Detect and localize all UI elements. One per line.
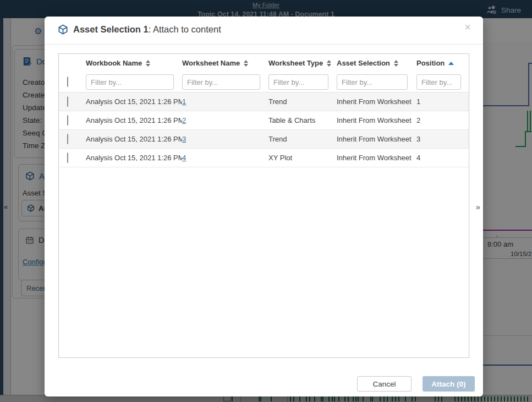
position-cell: 2 (416, 116, 469, 124)
row-checkbox-cell (59, 153, 86, 163)
column-label: Asset Selection (337, 59, 390, 67)
sort-icon[interactable] (394, 60, 398, 67)
workbook-name-cell: Analysis Oct 15, 2021 1:26 PM (86, 154, 182, 162)
workbook-name-cell: Analysis Oct 15, 2021 1:26 PM (86, 116, 182, 124)
table-row[interactable]: Analysis Oct 15, 2021 1:26 PM1TrendInher… (59, 93, 469, 111)
worksheet-name-cell: 2 (182, 116, 268, 124)
worksheet-type-cell: Table & Charts (268, 116, 337, 124)
sort-icon[interactable] (448, 62, 454, 65)
row-checkbox[interactable] (67, 96, 68, 107)
row-checkbox-cell (59, 116, 86, 126)
sort-up-icon (394, 60, 398, 63)
cancel-button[interactable]: Cancel (357, 376, 412, 392)
table-filter-row (59, 72, 469, 93)
sort-up-icon (327, 60, 331, 63)
worksheet-type-cell: Trend (268, 135, 337, 143)
sort-asc-icon (448, 62, 454, 65)
close-icon[interactable]: × (464, 21, 471, 32)
sort-icon[interactable] (146, 60, 150, 67)
row-checkbox[interactable] (67, 115, 68, 126)
asset-selection-cell: Inherit From Worksheet (337, 154, 416, 162)
column-label: Workbook Name (86, 59, 142, 67)
filter-input-worksheet-name[interactable] (182, 74, 260, 90)
worksheet-name-cell: 4 (182, 154, 268, 162)
asset-selection-cell: Inherit From Worksheet (337, 116, 416, 124)
sort-down-icon (146, 64, 150, 67)
sort-icon[interactable] (327, 60, 331, 67)
sort-icon[interactable] (244, 60, 248, 67)
app-root: My Folder Topic Oct 14, 2021 11:48 AM - … (0, 0, 532, 402)
modal-header: Asset Selection 1: Attach to content × (45, 17, 483, 45)
workbook-name-cell: Analysis Oct 15, 2021 1:26 PM (86, 97, 182, 106)
row-checkbox[interactable] (67, 134, 68, 144)
filter-cell (416, 74, 469, 90)
column-label: Position (416, 59, 445, 67)
worksheet-link[interactable]: 1 (182, 97, 186, 106)
attach-to-content-modal: Asset Selection 1: Attach to content × W… (45, 17, 483, 396)
workbook-name-cell: Analysis Oct 15, 2021 1:26 PM (86, 135, 182, 143)
modal-title: Asset Selection 1: Attach to content (58, 24, 221, 35)
row-checkbox-cell (59, 134, 86, 144)
modal-title-name: Asset Selection 1 (73, 24, 149, 34)
double-chevron-right-icon[interactable]: » (476, 202, 480, 211)
asset-selection-cell: Inherit From Worksheet (337, 135, 416, 143)
worksheet-name-cell: 3 (182, 135, 268, 143)
filter-input-asset-selection[interactable] (337, 74, 408, 90)
table-header-row: Workbook NameWorksheet NameWorksheet Typ… (59, 54, 469, 72)
column-header-worksheet-type[interactable]: Worksheet Type (268, 59, 337, 67)
column-header-worksheet-name[interactable]: Worksheet Name (182, 59, 268, 67)
table-row[interactable]: Analysis Oct 15, 2021 1:26 PM3TrendInher… (59, 130, 469, 149)
table-rows: Analysis Oct 15, 2021 1:26 PM1TrendInher… (59, 93, 469, 167)
sort-down-icon (244, 64, 248, 67)
sort-up-icon (244, 60, 248, 63)
filter-input-workbook-name[interactable] (86, 74, 174, 90)
attach-button[interactable]: Attach (0) (423, 376, 475, 392)
row-checkbox-cell (59, 97, 86, 107)
position-cell: 4 (416, 154, 469, 162)
modal-footer: Cancel Attach (0) (357, 376, 475, 392)
worksheet-link[interactable]: 4 (182, 154, 186, 162)
column-label: Worksheet Name (182, 59, 240, 67)
sort-up-icon (146, 60, 150, 63)
filter-input-worksheet-type[interactable] (268, 74, 328, 90)
select-all-cell (59, 77, 86, 87)
row-checkbox[interactable] (67, 153, 68, 163)
table-row[interactable]: Analysis Oct 15, 2021 1:26 PM2Table & Ch… (59, 111, 469, 130)
worksheet-table: Workbook NameWorksheet NameWorksheet Typ… (58, 53, 469, 358)
position-cell: 3 (416, 135, 469, 143)
modal-title-suffix: : Attach to content (149, 24, 221, 34)
asset-selection-cell: Inherit From Worksheet (337, 97, 416, 106)
position-cell: 1 (416, 97, 469, 106)
column-header-asset-selection[interactable]: Asset Selection (337, 59, 416, 67)
worksheet-link[interactable]: 3 (182, 135, 186, 143)
filter-cell (268, 74, 337, 90)
worksheet-link[interactable]: 2 (182, 116, 186, 124)
column-label: Worksheet Type (268, 59, 323, 67)
sort-down-icon (327, 64, 331, 67)
filter-input-position[interactable] (416, 74, 461, 90)
column-header-position[interactable]: Position (416, 59, 469, 67)
filter-cell (86, 74, 182, 90)
worksheet-type-cell: Trend (268, 97, 337, 106)
cube-icon (58, 24, 68, 35)
worksheet-type-cell: XY Plot (268, 154, 337, 162)
column-header-workbook-name[interactable]: Workbook Name (86, 59, 182, 67)
filter-cell (337, 74, 416, 90)
filter-cell (182, 74, 268, 90)
table-row[interactable]: Analysis Oct 15, 2021 1:26 PM4XY PlotInh… (59, 149, 469, 167)
select-all-checkbox[interactable] (67, 77, 68, 87)
worksheet-name-cell: 1 (182, 97, 268, 106)
sort-down-icon (394, 64, 398, 67)
